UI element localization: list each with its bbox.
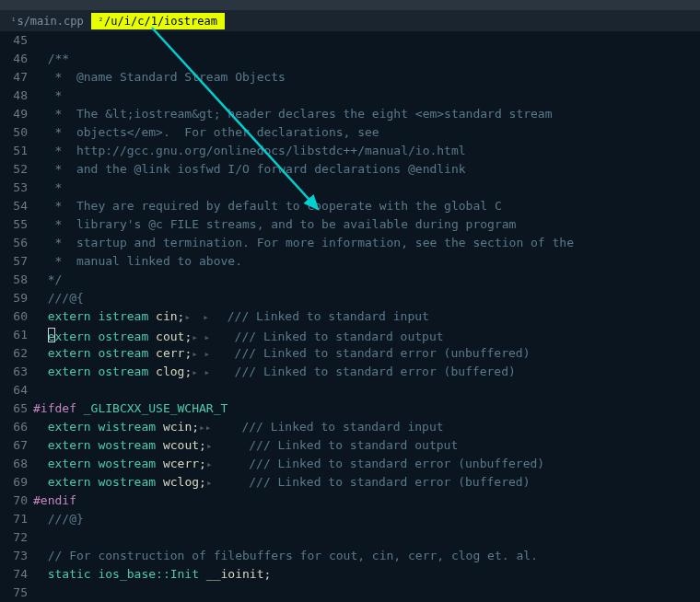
line-number: 54 (0, 197, 28, 215)
tab-label: s/main.cpp (17, 15, 83, 28)
code-line[interactable] (33, 31, 700, 50)
code-line[interactable]: * @name Standard Stream Objects (33, 68, 700, 87)
code-token: * startup and termination. For more info… (33, 236, 574, 249)
code-line[interactable]: extern ostream cout;▸ ▸ /// Linked to st… (33, 326, 700, 344)
code-token: static (48, 567, 91, 581)
code-token: #endif (33, 493, 76, 507)
code-line[interactable]: * and the @link iosfwd I/O forward decla… (33, 160, 700, 179)
code-line[interactable]: extern wistream wcin;▸▸ /// Linked to st… (33, 418, 700, 436)
code-token (33, 567, 48, 581)
code-token (33, 512, 48, 526)
code-line[interactable]: * startup and termination. For more info… (33, 234, 700, 252)
code-token: /** (48, 52, 69, 65)
code-token (156, 420, 163, 434)
code-token (33, 438, 48, 452)
code-token: extern (48, 475, 91, 489)
code-token (33, 346, 48, 360)
line-number: 45 (0, 31, 28, 50)
code-line[interactable] (33, 584, 700, 602)
whitespace-marker: ▸ (206, 440, 249, 452)
code-line[interactable]: extern wostream wclog;▸ /// Linked to st… (33, 473, 700, 492)
tab-main-cpp[interactable]: ¹s/main.cpp (4, 13, 91, 29)
code-line[interactable]: extern ostream cerr;▸ ▸ /// Linked to st… (33, 344, 700, 363)
code-line[interactable]: #endif (33, 492, 700, 510)
tab-index: ¹ (11, 17, 16, 26)
code-token: ios_base::Init (98, 567, 199, 581)
tab-iostream[interactable]: ²/u/i/c/1/iostream (91, 13, 225, 29)
line-number: 57 (0, 252, 28, 271)
line-number: 67 (0, 436, 28, 455)
code-line[interactable]: extern wostream wcout;▸ /// Linked to st… (33, 436, 700, 455)
code-line[interactable]: extern ostream clog;▸ ▸ /// Linked to st… (33, 363, 700, 381)
code-line[interactable]: * manual linked to above. (33, 252, 700, 271)
line-number: 48 (0, 87, 28, 105)
line-number: 63 (0, 363, 28, 381)
line-number: 66 (0, 418, 28, 436)
code-line[interactable]: * The &lt;iostream&gt; header declares t… (33, 105, 700, 123)
code-token: #ifdef (33, 401, 76, 415)
line-number: 74 (0, 565, 28, 584)
code-token: __ioinit (206, 567, 264, 581)
code-token (33, 330, 48, 343)
code-token: extern (48, 457, 91, 470)
code-token: ; (199, 457, 206, 470)
code-token: ostream (98, 365, 148, 378)
code-line[interactable]: // For construction of filebuffers for c… (33, 547, 700, 565)
line-number: 75 (0, 584, 28, 602)
line-number: 72 (0, 528, 28, 547)
code-token: ; (199, 475, 206, 489)
whitespace-marker: ▸ (206, 477, 249, 489)
line-number: 64 (0, 381, 28, 399)
code-line[interactable]: */ (33, 271, 700, 289)
code-line[interactable]: ///@} (33, 510, 700, 528)
code-token: extern (48, 438, 91, 452)
code-token: /// Linked to standard error (buffered) (249, 475, 530, 489)
code-line[interactable]: * (33, 179, 700, 197)
code-token: ///@} (48, 512, 84, 526)
line-number: 58 (0, 271, 28, 289)
code-token: cerr (156, 346, 184, 360)
code-line[interactable] (33, 381, 700, 399)
code-token: wostream (98, 438, 156, 452)
code-token (33, 365, 48, 378)
code-line[interactable]: * They are required by default to cooper… (33, 197, 700, 215)
code-token: ostream (98, 330, 148, 343)
line-number: 55 (0, 215, 28, 234)
code-line[interactable]: ///@{ (33, 289, 700, 307)
code-token: xtern (54, 330, 90, 343)
code-line[interactable]: #ifdef _GLIBCXX_USE_WCHAR_T (33, 399, 700, 418)
line-number: 71 (0, 510, 28, 528)
code-token: _GLIBCXX_USE_WCHAR_T (84, 401, 228, 415)
code-token (148, 365, 156, 378)
code-token (33, 420, 48, 434)
code-token: ; (199, 438, 206, 452)
code-line[interactable]: /** (33, 50, 700, 68)
code-token (199, 567, 206, 581)
code-line[interactable] (33, 528, 700, 547)
code-line[interactable]: * (33, 87, 700, 105)
code-token: * http://gcc.gnu.org/onlinedocs/libstdc+… (33, 144, 466, 157)
code-token (33, 291, 48, 305)
code-token: ; (192, 420, 199, 434)
code-token: * library's @c FILE streams, and to be a… (33, 217, 516, 231)
code-line[interactable]: * http://gcc.gnu.org/onlinedocs/libstdc+… (33, 142, 700, 160)
code-token: extern (48, 346, 91, 360)
whitespace-marker: ▸ ▸ (192, 331, 234, 343)
code-token: */ (33, 272, 62, 286)
code-line[interactable]: * library's @c FILE streams, and to be a… (33, 215, 700, 234)
code-line[interactable]: static ios_base::Init __ioinit; (33, 565, 700, 584)
code-editor[interactable]: 4546474849505152535455565758596061626364… (0, 31, 700, 602)
code-token: * They are required by default to cooper… (33, 199, 502, 213)
code-token: /// Linked to standard output (235, 330, 444, 343)
line-number: 70 (0, 492, 28, 510)
code-line[interactable]: extern istream cin;▸ ▸ /// Linked to sta… (33, 307, 700, 326)
code-token (33, 309, 48, 323)
code-token: * and the @link iosfwd I/O forward decla… (33, 162, 466, 176)
code-line[interactable]: extern wostream wcerr;▸ /// Linked to st… (33, 455, 700, 473)
code-token: wclog (163, 475, 199, 489)
code-token: extern (48, 420, 91, 434)
code-area[interactable]: /** * @name Standard Stream Objects * * … (33, 31, 700, 602)
code-line[interactable]: * objects</em>. For other declarations, … (33, 123, 700, 142)
line-number: 50 (0, 123, 28, 142)
code-token (156, 457, 163, 470)
